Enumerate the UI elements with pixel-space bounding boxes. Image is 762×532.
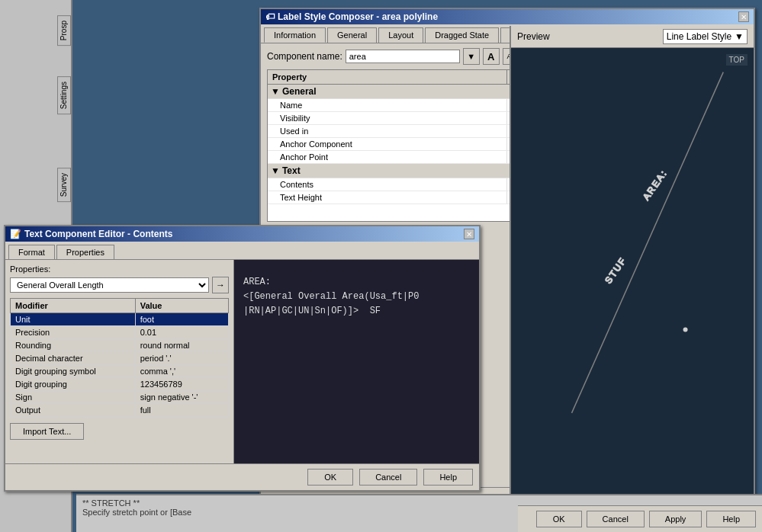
- prop-name: Anchor Component: [268, 138, 507, 150]
- modifier-name: Unit: [11, 313, 136, 326]
- modifier-value: full: [135, 404, 228, 417]
- table-row[interactable]: Decimal character period '.': [11, 352, 229, 365]
- modifier-table: Modifier Value Unit foot Precision 0.01 …: [10, 298, 229, 417]
- tab-general[interactable]: General: [327, 27, 377, 43]
- tab-dragged-state[interactable]: Dragged State: [425, 27, 499, 43]
- main-ok-button[interactable]: OK: [536, 511, 582, 527]
- svg-line-0: [572, 72, 724, 413]
- preview-panel: Preview Line Label Style ▼ TOP AREA: STU…: [510, 26, 754, 498]
- text-editor-tabbar: Format Properties: [5, 242, 479, 260]
- composer-close-button[interactable]: ✕: [738, 11, 749, 22]
- prop-name: Contents: [268, 178, 507, 191]
- editor-content: Properties: General Overall Length → Mod…: [5, 260, 479, 478]
- preview-header: Preview Line Label Style ▼: [511, 26, 754, 48]
- import-area: Import Text...: [10, 423, 229, 440]
- sidebar-tab-prosp[interactable]: Prosp: [57, 15, 71, 46]
- group-general-label: General: [282, 86, 317, 97]
- preview-svg: AREA: STUF: [511, 48, 754, 498]
- preview-label: Preview: [517, 31, 550, 42]
- modifier-name: Decimal character: [11, 352, 136, 365]
- tab-layout[interactable]: Layout: [378, 27, 423, 43]
- svg-text:AREA:: AREA:: [641, 168, 670, 202]
- table-row[interactable]: Output full: [11, 404, 229, 417]
- import-text-button[interactable]: Import Text...: [10, 423, 84, 440]
- modifier-name: Digit grouping symbol: [11, 365, 136, 378]
- group-text-label: Text: [282, 165, 301, 176]
- code-display: AREA: <[General Overall Area(Usa_ft|P0 |…: [234, 260, 479, 335]
- text-editor-ok-button[interactable]: OK: [307, 469, 353, 486]
- text-editor-titlebar: 📝 Text Component Editor - Contents ✕: [5, 226, 479, 242]
- modifier-value: comma ',': [135, 365, 228, 378]
- preview-canvas: TOP AREA: STUF: [511, 48, 754, 498]
- properties-select[interactable]: General Overall Length: [10, 277, 209, 293]
- tab-format[interactable]: Format: [8, 245, 55, 259]
- text-editor-window: 📝 Text Component Editor - Contents ✕ For…: [4, 225, 481, 492]
- text-editor-bottom-buttons: OK Cancel Help: [5, 463, 479, 490]
- main-help-button[interactable]: Help: [706, 511, 756, 527]
- main-apply-button[interactable]: Apply: [649, 511, 703, 527]
- component-label: Component name:: [267, 51, 342, 62]
- properties-dropdown-area: General Overall Length →: [10, 277, 229, 293]
- text-btn[interactable]: A: [483, 48, 500, 65]
- modifier-table-header: Modifier Value: [11, 299, 229, 313]
- tab-information[interactable]: Information: [264, 27, 326, 43]
- composer-titlebar: 🏷 Label Style Composer - area polyline ✕: [261, 9, 754, 24]
- preview-style-text: Line Label Style: [667, 31, 731, 42]
- tab-properties[interactable]: Properties: [56, 245, 114, 259]
- text-editor-help-button[interactable]: Help: [423, 469, 473, 486]
- svg-point-3: [683, 328, 688, 332]
- table-row[interactable]: Precision 0.01: [11, 326, 229, 339]
- main-bottom-buttons: OK Cancel Apply Help: [518, 505, 762, 532]
- modifier-col-header: Modifier: [11, 299, 136, 313]
- text-editor-cancel-button[interactable]: Cancel: [359, 469, 417, 486]
- modifier-name: Precision: [11, 326, 136, 339]
- main-cancel-button[interactable]: Cancel: [587, 511, 645, 527]
- table-row[interactable]: Sign sign negative '-': [11, 391, 229, 404]
- table-row[interactable]: Digit grouping symbol comma ',': [11, 365, 229, 378]
- modifier-value: sign negative '-': [135, 391, 228, 404]
- component-name-input[interactable]: [346, 50, 460, 63]
- dropdown-btn[interactable]: ▼: [463, 48, 480, 65]
- text-editor-title: Text Component Editor - Contents: [24, 229, 172, 239]
- preview-style-dropdown[interactable]: Line Label Style ▼: [663, 29, 748, 44]
- table-row[interactable]: Digit grouping 123456789: [11, 378, 229, 391]
- prop-name: Name: [268, 99, 507, 111]
- composer-title-icon: 🏷: [265, 11, 275, 22]
- svg-text:STUF: STUF: [603, 255, 629, 286]
- property-header: Property: [268, 70, 507, 84]
- modifier-name: Rounding: [11, 339, 136, 352]
- value-col-header: Value: [135, 299, 228, 313]
- prop-name: Used in: [268, 125, 507, 137]
- modifier-name: Sign: [11, 391, 136, 404]
- modifier-value: foot: [135, 313, 228, 326]
- modifier-value: 123456789: [135, 378, 228, 391]
- table-row[interactable]: Unit foot: [11, 313, 229, 326]
- sidebar-tab-settings[interactable]: Settings: [57, 76, 71, 114]
- properties-label: Properties:: [10, 264, 229, 274]
- modifier-name: Output: [11, 404, 136, 417]
- sidebar-tab-survey[interactable]: Survey: [57, 168, 71, 202]
- text-editor-close-button[interactable]: ✕: [464, 229, 474, 239]
- text-editor-title-icon: 📝: [10, 229, 21, 239]
- collapse-icon[interactable]: ▼: [271, 86, 280, 97]
- modifier-name: Digit grouping: [11, 378, 136, 391]
- code-panel: AREA: <[General Overall Area(Usa_ft|P0 |…: [234, 260, 479, 478]
- modifier-value: round normal: [135, 339, 228, 352]
- modifier-value: 0.01: [135, 326, 228, 339]
- properties-panel: Properties: General Overall Length → Mod…: [5, 260, 234, 478]
- prop-name: Text Height: [268, 191, 507, 204]
- table-row[interactable]: Rounding round normal: [11, 339, 229, 352]
- collapse-icon[interactable]: ▼: [271, 165, 280, 176]
- prop-name: Anchor Point: [268, 151, 507, 163]
- dropdown-arrow-icon: ▼: [735, 31, 744, 42]
- prop-name: Visibility: [268, 112, 507, 124]
- properties-arrow-button[interactable]: →: [212, 277, 229, 293]
- composer-title-text: Label Style Composer - area polyline: [278, 11, 438, 22]
- modifier-value: period '.': [135, 352, 228, 365]
